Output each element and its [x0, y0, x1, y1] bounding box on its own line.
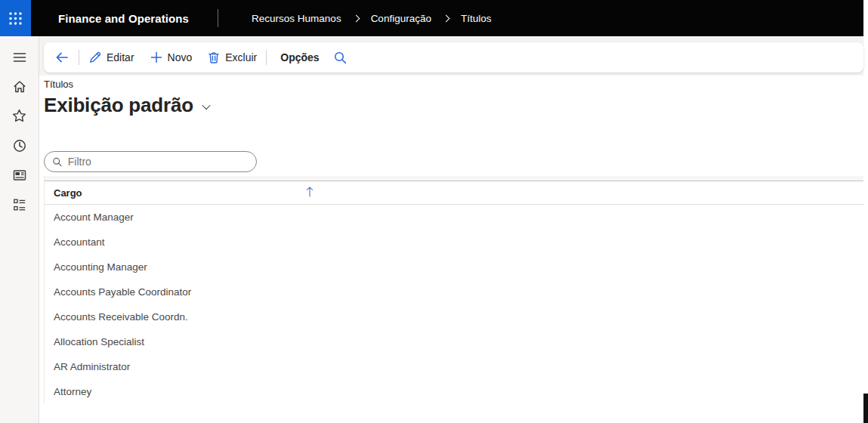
top-navigation-bar: Finance and Operations Recursos Humanos … — [0, 0, 863, 36]
column-header-cargo[interactable]: Cargo — [54, 187, 82, 199]
recent-clock-icon — [12, 138, 27, 153]
app-title[interactable]: Finance and Operations — [58, 12, 189, 25]
edit-button[interactable]: Editar — [88, 51, 134, 64]
menu-icon — [12, 50, 27, 65]
favorites-star-icon — [11, 108, 27, 124]
nav-dashboard-button[interactable] — [0, 160, 39, 190]
toolbar-search-button[interactable] — [333, 51, 348, 65]
modules-list-icon — [12, 197, 27, 212]
delete-button[interactable]: Excluir — [207, 51, 257, 64]
default-dashboard-icon — [12, 168, 27, 183]
options-button[interactable]: Opções — [280, 51, 319, 63]
filter-search-icon — [52, 156, 63, 168]
search-icon — [333, 51, 348, 65]
nav-modules-button[interactable] — [0, 190, 39, 219]
chevron-right-icon — [442, 14, 449, 22]
new-button-label: Novo — [168, 51, 193, 63]
back-button[interactable] — [54, 50, 70, 65]
grid-header-row: Cargo — [45, 181, 863, 205]
plus-icon — [150, 51, 163, 64]
sort-ascending-icon[interactable] — [305, 186, 314, 200]
table-row[interactable]: Accounts Payable Coordinator — [45, 279, 863, 304]
edit-button-label: Editar — [107, 51, 134, 63]
nav-home-button[interactable] — [0, 72, 39, 101]
table-row[interactable]: Accountant — [45, 230, 863, 255]
breadcrumb-module[interactable]: Recursos Humanos — [252, 13, 341, 24]
scrollbar-fragment[interactable] — [863, 394, 868, 423]
grid-top-band — [45, 176, 863, 181]
command-bar-zone: Editar Novo Excluir Opções — [39, 36, 863, 76]
breadcrumb-page[interactable]: Títulos — [461, 13, 492, 24]
titles-grid: Cargo Account Manager Accountant Account… — [44, 176, 863, 404]
waffle-icon — [8, 11, 23, 26]
topbar-divider — [218, 9, 218, 27]
app-launcher-button[interactable] — [0, 0, 31, 36]
command-bar: Editar Novo Excluir Opções — [44, 42, 863, 73]
table-row[interactable]: Attorney — [45, 379, 863, 404]
chevron-right-icon — [352, 14, 360, 22]
table-row[interactable]: Accounting Manager — [45, 255, 863, 279]
table-row[interactable]: Accounts Receivable Coordn. — [45, 304, 863, 329]
filter-input[interactable] — [68, 156, 249, 168]
filter-box — [44, 151, 257, 172]
command-divider — [266, 50, 267, 65]
table-row[interactable]: Allocation Specialist — [45, 329, 863, 354]
view-selector[interactable]: Exibição padrão — [44, 94, 209, 117]
breadcrumb: Recursos Humanos Configuração Títulos — [252, 13, 491, 24]
command-divider — [79, 50, 79, 65]
nav-favorites-button[interactable] — [0, 101, 39, 131]
expand-menu-button[interactable] — [0, 42, 39, 72]
new-button[interactable]: Novo — [150, 51, 193, 64]
page-title: Exibição padrão — [44, 94, 193, 117]
table-row[interactable]: AR Administrator — [45, 354, 863, 379]
page-subtitle: Títulos — [44, 79, 73, 90]
table-row[interactable]: Account Manager — [45, 205, 863, 230]
trash-icon — [207, 51, 221, 64]
delete-button-label: Excluir — [225, 51, 257, 63]
home-icon — [12, 79, 27, 94]
left-navigation-rail — [0, 36, 39, 423]
pencil-icon — [88, 51, 102, 64]
breadcrumb-area[interactable]: Configuração — [371, 13, 431, 24]
chevron-down-icon — [202, 100, 210, 109]
app-window: Finance and Operations Recursos Humanos … — [0, 0, 868, 423]
back-arrow-icon — [54, 50, 70, 65]
nav-recent-button[interactable] — [0, 131, 39, 160]
